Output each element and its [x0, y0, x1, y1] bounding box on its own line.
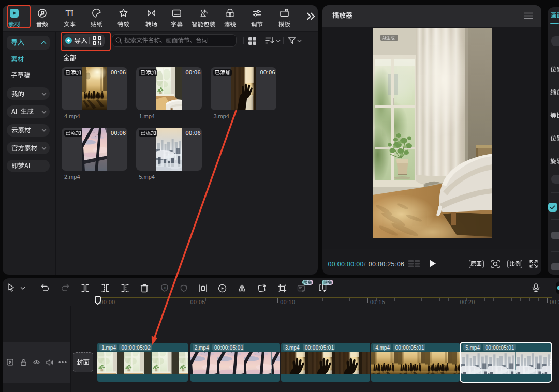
svg-text:AI: AI — [163, 287, 166, 290]
svg-text:TI: TI — [65, 8, 73, 18]
